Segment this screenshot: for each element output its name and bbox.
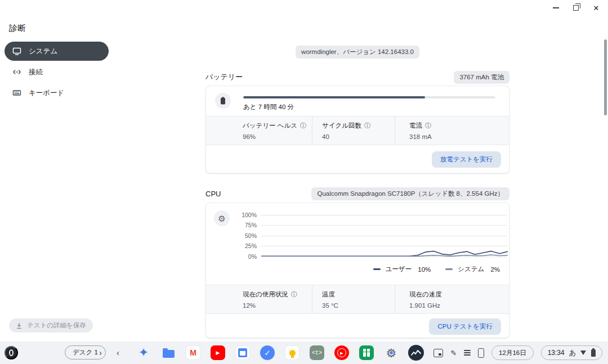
battery-card-footer: 放電テストを実行 <box>206 145 509 173</box>
battery-current-stat: 電流ⓘ 318 mA <box>395 116 509 145</box>
phone-hub-button[interactable] <box>478 348 484 358</box>
app-diagnostics[interactable] <box>408 345 424 361</box>
app-youtube-music[interactable]: ▶ <box>334 345 350 361</box>
cpu-usage-stat: 現在の使用状況ⓘ 12% <box>206 285 312 313</box>
stat-value: 12% <box>243 302 312 309</box>
sidebar-item-label: キーボード <box>29 88 64 98</box>
y-axis-tick: 75% <box>206 222 257 228</box>
cpu-temperature-stat: 温度 35 °C <box>312 285 395 313</box>
launcher-button[interactable] <box>5 346 18 359</box>
sidebar-item-system[interactable]: システム <box>5 42 109 61</box>
battery-icon <box>215 93 231 109</box>
battery-section-header: バッテリー 3767 mAh 電池 <box>205 71 509 83</box>
info-icon[interactable]: ⓘ <box>291 290 297 299</box>
sidebar-item-label: 接続 <box>29 68 43 77</box>
stat-value: 1.901 GHz <box>409 302 509 309</box>
info-icon[interactable]: ⓘ <box>425 122 431 130</box>
stat-label: 電流 <box>409 122 422 130</box>
keyboard-icon <box>12 88 21 97</box>
app-gemini[interactable]: ✦ <box>136 345 151 361</box>
date-chip[interactable]: 12月16日 <box>491 345 534 360</box>
scrollbar-thumb[interactable] <box>604 39 607 115</box>
y-axis-tick: 25% <box>206 242 257 249</box>
sidebar-item-label: システム <box>29 47 57 56</box>
app-tasks[interactable]: ✓ <box>260 345 275 361</box>
diagnostics-window: ✕ 診断 システム 接続 キーボード wormdingler、バージョン 142… <box>0 0 608 364</box>
stat-value: 96% <box>243 133 312 140</box>
app-gmail[interactable]: M <box>185 345 201 361</box>
run-discharge-test-button[interactable]: 放電テストを実行 <box>432 151 501 168</box>
close-button[interactable]: ✕ <box>589 1 603 15</box>
network-signal-icon <box>580 350 586 355</box>
quick-settings-chip[interactable]: 13:34 あ <box>541 345 602 360</box>
battery-charge-row: あと 7 時間 40 分 <box>206 86 509 116</box>
save-test-details-button[interactable]: テストの詳細を保存 <box>9 318 93 332</box>
shelf-chevron-left-icon[interactable]: ‹ <box>117 347 119 359</box>
cpu-card: ⚙ 100% 75% 50% 25% 0% ユーザー10% システム2% <box>205 203 509 338</box>
legend-value: 10% <box>418 266 431 273</box>
gridline <box>261 257 507 257</box>
gmail-icon: M <box>186 345 200 360</box>
app-keep[interactable] <box>284 345 300 361</box>
y-axis-tick: 100% <box>206 212 257 218</box>
info-icon[interactable]: ⓘ <box>300 122 306 130</box>
screen-capture-button[interactable] <box>433 349 443 357</box>
info-icon[interactable]: ⓘ <box>364 122 370 130</box>
sidebar-item-keyboard[interactable]: キーボード <box>5 83 109 102</box>
close-icon: ✕ <box>593 4 600 12</box>
gemini-star-icon: ✦ <box>138 347 149 359</box>
desk-chevron-right-icon[interactable]: › <box>99 347 102 359</box>
app-files[interactable] <box>160 345 176 361</box>
youtube-icon: ▶ <box>211 345 225 360</box>
app-youtube[interactable]: ▶ <box>210 345 226 361</box>
battery-status-icon <box>591 349 596 357</box>
app-calendar[interactable] <box>235 345 251 361</box>
legend-system: システム2% <box>445 265 500 273</box>
y-axis-tick: 0% <box>206 253 257 260</box>
battery-section-title: バッテリー <box>205 72 243 82</box>
shelf: デスク 1 › ‹ ✦ M ▶ ✓ <t> ▶ ⚙ ✎ 12月16日 13:34… <box>0 341 608 364</box>
legend-user: ユーザー10% <box>373 265 431 273</box>
run-cpu-test-button[interactable]: CPU テストを実行 <box>429 318 501 335</box>
battery-time-remaining: あと 7 時間 40 分 <box>243 103 495 111</box>
diagnostics-icon <box>408 345 424 361</box>
minimize-button[interactable] <box>548 1 563 15</box>
save-button-label: テストの詳細を保存 <box>27 321 86 330</box>
cpu-stats-row: 現在の使用状況ⓘ 12% 温度 35 °C 現在の速度 1.901 GHz <box>206 285 509 314</box>
battery-health-stat: バッテリー ヘルスⓘ 96% <box>206 116 312 145</box>
clock: 13:34 <box>548 349 565 357</box>
app-text-editor[interactable]: <t> <box>309 345 325 361</box>
legend-value: 2% <box>490 266 500 273</box>
folder-icon <box>163 350 175 358</box>
stylus-tools-button[interactable]: ✎ <box>450 349 457 357</box>
battery-progress-fill <box>243 96 425 98</box>
page-title: 診断 <box>9 23 26 34</box>
download-icon <box>16 322 23 329</box>
tasks-check-icon: ✓ <box>260 345 275 360</box>
battery-progress: あと 7 時間 40 分 <box>243 96 495 116</box>
app-settings[interactable]: ⚙ <box>383 345 399 361</box>
legend-label: ユーザー <box>386 265 412 273</box>
titlebar: ✕ <box>0 0 608 16</box>
cpu-section-header: CPU Qualcomm Snapdragon SC7180P（スレッド数 8、… <box>205 187 509 200</box>
youtube-music-icon: ▶ <box>334 345 349 360</box>
stat-label: サイクル回数 <box>322 122 361 130</box>
legend-dash-icon <box>373 268 381 270</box>
ime-indicator: あ <box>569 348 576 358</box>
cpu-section-title: CPU <box>205 190 221 198</box>
battery-stats-row: バッテリー ヘルスⓘ 96% サイクル回数ⓘ 40 電流ⓘ 318 mA <box>206 116 509 145</box>
sidebar-item-connectivity[interactable]: 接続 <box>5 62 109 82</box>
version-chip: wormdingler、バージョン 142.16433.0 <box>296 46 419 59</box>
legend-label: システム <box>458 265 484 273</box>
battery-capacity-chip: 3767 mAh 電池 <box>454 71 509 84</box>
restore-button[interactable] <box>569 1 583 15</box>
display-icon <box>12 47 21 56</box>
status-tray: ✎ 12月16日 13:34 あ <box>433 345 602 360</box>
app-sheets[interactable] <box>359 345 374 361</box>
sidebar: システム 接続 キーボード <box>5 42 109 104</box>
media-controls-button[interactable] <box>464 350 471 356</box>
connectivity-icon <box>12 68 21 77</box>
minimize-icon <box>553 7 559 8</box>
cpu-usage-lines <box>261 215 508 257</box>
media-controls-icon <box>464 350 471 356</box>
